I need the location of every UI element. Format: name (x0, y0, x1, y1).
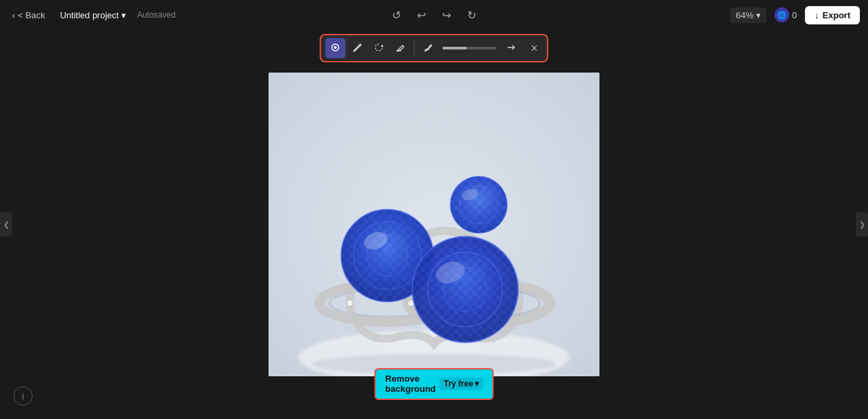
brush-tool-button[interactable] (418, 38, 439, 58)
top-bar-left: ‹ < Back Untitled project ▾ Autosaved (8, 7, 176, 23)
floating-toolbar: ✕ (320, 34, 549, 62)
toolbar-close-button[interactable]: ✕ (526, 39, 543, 57)
select-tool-button[interactable] (326, 38, 346, 58)
eraser-icon (395, 42, 406, 55)
project-title[interactable]: Untitled project ▾ (56, 7, 130, 23)
arrow-forward-icon (506, 42, 517, 55)
globe-icon: 🌐 (777, 11, 787, 20)
svg-marker-2 (381, 45, 384, 47)
ring-image (269, 73, 599, 376)
brush-size-slider-fill (443, 47, 467, 49)
brush-size-slider[interactable] (443, 47, 497, 49)
try-free-badge: Try free ▾ (440, 378, 483, 390)
try-free-chevron-icon: ▾ (475, 379, 479, 388)
try-free-label: Try free (444, 379, 473, 388)
brush-icon (423, 42, 434, 55)
top-bar: ‹ < Back Untitled project ▾ Autosaved ↺ … (0, 0, 868, 30)
pen-tool-button[interactable] (347, 38, 368, 58)
project-title-text: Untitled project (60, 10, 119, 20)
info-icon-label: i (22, 391, 24, 401)
notification-count: 0 (792, 10, 797, 20)
eraser-tool-button[interactable] (391, 38, 411, 58)
lasso-tool-button[interactable] (369, 38, 389, 58)
notification-area[interactable]: 🌐 0 (774, 7, 797, 22)
info-button[interactable]: i (14, 386, 33, 405)
back-label: < Back (18, 10, 45, 20)
toolbar-divider (414, 41, 415, 55)
lasso-icon (374, 42, 384, 55)
left-arrow-icon: ❮ (3, 220, 9, 229)
image-canvas[interactable] (269, 73, 599, 376)
zoom-control[interactable]: 64% ▾ (730, 7, 766, 23)
export-label: Export (823, 10, 850, 20)
project-dropdown-icon: ▾ (121, 10, 126, 20)
back-icon: ‹ (12, 10, 15, 20)
zoom-level: 64% (736, 10, 753, 20)
top-bar-center: ↺ ↩ ↪ ↻ (389, 6, 479, 24)
remove-background-label: Removebackground (385, 374, 435, 395)
undo-icon[interactable]: ↩ (414, 6, 429, 24)
autosaved-status: Autosaved (137, 10, 176, 20)
remove-bg-text-block: Removebackground (385, 374, 435, 395)
redo-icon[interactable]: ↪ (439, 6, 454, 24)
refresh-alt-icon[interactable]: ↺ (389, 6, 403, 24)
notification-circle: 🌐 (774, 7, 789, 22)
close-icon: ✕ (530, 43, 538, 54)
pen-icon (352, 42, 363, 55)
top-bar-right: 64% ▾ 🌐 0 ↓ Export (730, 6, 860, 24)
select-icon (330, 42, 341, 55)
export-icon: ↓ (814, 10, 819, 20)
left-panel-toggle[interactable]: ❮ (0, 212, 12, 237)
remove-background-button[interactable]: Removebackground Try free ▾ (374, 368, 494, 400)
svg-point-1 (334, 46, 337, 49)
forward-icon-button[interactable] (501, 38, 521, 58)
right-panel-toggle[interactable]: ❯ (856, 212, 868, 237)
right-arrow-icon: ❯ (859, 220, 865, 229)
canvas-area: ❮ ❯ (0, 30, 868, 419)
export-button[interactable]: ↓ Export (805, 6, 860, 24)
svg-point-12 (347, 300, 353, 306)
brush-size-slider-area[interactable] (443, 47, 497, 49)
zoom-dropdown-icon: ▾ (756, 10, 761, 20)
redo-forward-icon[interactable]: ↻ (465, 6, 479, 24)
back-button[interactable]: ‹ < Back (8, 7, 49, 23)
